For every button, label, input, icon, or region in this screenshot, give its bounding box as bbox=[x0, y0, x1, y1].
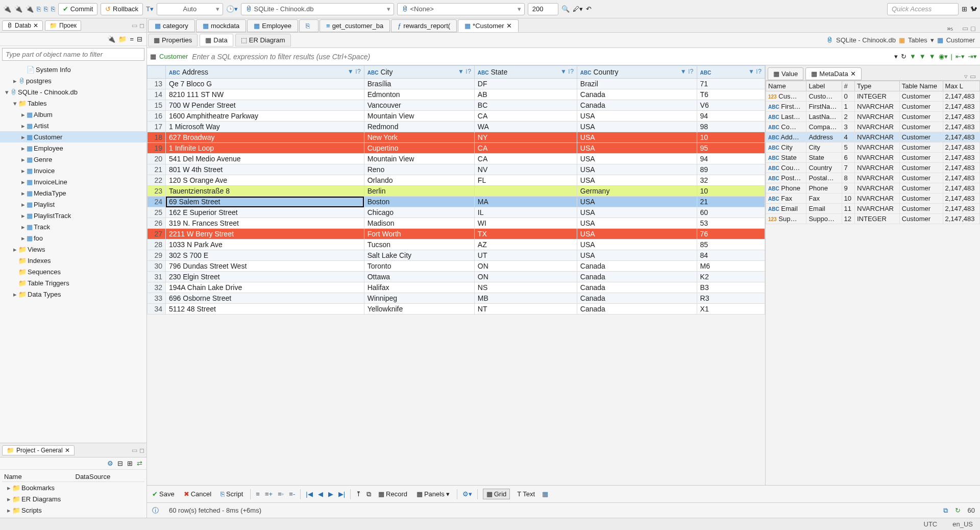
dbeaver-icon[interactable]: 🐿 bbox=[970, 5, 977, 13]
nav-next-icon[interactable]: ▶ bbox=[328, 490, 333, 498]
grid-column-header[interactable]: ABCAddress▼ ⁞? bbox=[166, 66, 364, 79]
filter-dropdown-icon[interactable]: ▾ bbox=[894, 53, 898, 60]
save-button[interactable]: ✔Save bbox=[150, 489, 177, 499]
meta-header[interactable]: Type bbox=[855, 81, 900, 91]
meta-row[interactable]: ABC PhonePhone9NVARCHARCustomer2,147,483 bbox=[766, 183, 980, 194]
meta-header[interactable]: Name bbox=[766, 81, 806, 91]
table-row[interactable]: 26319 N. Frances StreetMadisonWIUSA53 bbox=[148, 218, 765, 229]
edit4-icon[interactable]: ≡- bbox=[289, 490, 295, 498]
tabs-overflow[interactable]: »₅ bbox=[942, 25, 958, 32]
data-grid-scroll[interactable]: ABCAddress▼ ⁞?ABCCity▼ ⁞?ABCState▼ ⁞?ABC… bbox=[147, 65, 766, 485]
proj-expand-icon[interactable]: ⊞ bbox=[127, 460, 133, 467]
tab-project-general[interactable]: 📁 Project - General ✕ bbox=[2, 445, 75, 455]
editor-tab[interactable]: ⎘ bbox=[299, 19, 318, 32]
table-row[interactable]: 32194A Chain Lake DriveHalifaxNSCanadaB3 bbox=[148, 282, 765, 293]
meta-min-icon[interactable]: ▭ bbox=[970, 73, 976, 80]
table-row[interactable]: 15700 W Pender StreetVancouverBCCanadaV6 bbox=[148, 100, 765, 111]
tx-mode-select[interactable]: Auto bbox=[157, 3, 223, 15]
table-row[interactable]: 13Qe 7 Bloco GBrasíliaDFBrazil71 bbox=[148, 79, 765, 89]
table-row[interactable]: 191 Infinite LoopCupertinoCAUSA95 bbox=[148, 143, 765, 154]
meta-row[interactable]: ABC CityCity5NVARCHARCustomer2,147,483 bbox=[766, 142, 980, 153]
object-filter-input[interactable] bbox=[2, 48, 144, 61]
table-row[interactable]: 23Tauentzienstraße 8BerlinGermany10 bbox=[148, 186, 765, 197]
tree-node[interactable]: ▸📁Data Types bbox=[0, 288, 146, 300]
rollback-button[interactable]: ↺ Rollback bbox=[101, 3, 142, 15]
equals-icon[interactable]: = bbox=[130, 35, 134, 43]
editor-tab[interactable]: ▦mockdata bbox=[196, 19, 246, 32]
table-row[interactable]: 161600 Amphitheatre ParkwayMountain View… bbox=[148, 111, 765, 122]
editor-tab[interactable]: ƒrewards_report( bbox=[391, 19, 457, 32]
nav-prev-icon[interactable]: ◀ bbox=[318, 490, 323, 498]
script-button[interactable]: ⎘Script bbox=[218, 489, 245, 499]
filter-sphere-icon[interactable]: ◉▾ bbox=[939, 53, 948, 60]
proj-collapse-icon[interactable]: ⊟ bbox=[117, 460, 123, 467]
editor-tab[interactable]: ▦category bbox=[148, 19, 195, 32]
schema-select[interactable]: 🛢 <None> bbox=[397, 3, 525, 15]
table-row[interactable]: 30796 Dundas Street WestTorontoONCanadaM… bbox=[148, 261, 765, 272]
tree-node[interactable]: ▸▦PlaylistTrack bbox=[0, 210, 146, 221]
meta-header[interactable]: # bbox=[842, 81, 854, 91]
proj-link-icon[interactable]: ⇄ bbox=[137, 460, 142, 467]
tab-projects[interactable]: 📁 Проек bbox=[45, 20, 81, 31]
nav-back-icon[interactable]: ⇤▾ bbox=[955, 53, 965, 60]
commit-button[interactable]: ✔ Commit bbox=[58, 3, 97, 15]
meta-tab-value[interactable]: ▦ Value bbox=[768, 67, 803, 80]
tree-node[interactable]: ▾🛢SQLite - Chinook.db bbox=[0, 86, 146, 98]
table-row[interactable]: 20541 Del Medio AvenueMountain ViewCAUSA… bbox=[148, 154, 765, 164]
grid-column-header[interactable]: ABCCountry▼ ⁞? bbox=[577, 66, 697, 79]
sql-icon[interactable]: ⎘ bbox=[37, 5, 41, 13]
table-row[interactable]: 281033 N Park AveTucsonAZUSA85 bbox=[148, 239, 765, 250]
grid-mode-button[interactable]: ▦ Grid bbox=[483, 489, 510, 499]
grid-column-header[interactable]: ABCCity▼ ⁞? bbox=[364, 66, 474, 79]
tree-node[interactable]: 📁Sequences bbox=[0, 266, 146, 277]
edit2-icon[interactable]: ≡+ bbox=[265, 490, 273, 498]
tree-node[interactable]: 📁Indexes bbox=[0, 255, 146, 266]
tree-node[interactable]: ▸▦Invoice bbox=[0, 165, 146, 176]
text-mode-button[interactable]: T Text bbox=[515, 489, 537, 499]
tree-node[interactable]: 📄System Info bbox=[0, 64, 146, 75]
filter-apply-icon[interactable]: ↻ bbox=[901, 53, 906, 60]
filter-funnel-icon[interactable]: ▼ bbox=[910, 53, 916, 60]
editor-tab[interactable]: ≡get_customer_ba bbox=[320, 19, 390, 32]
meta-row[interactable]: ABC EmailEmail11NVARCHARCustomer2,147,48… bbox=[766, 204, 980, 214]
meta-row[interactable]: ABC StateState6NVARCHARCustomer2,147,483 bbox=[766, 153, 980, 163]
tree-node[interactable]: ▸▦InvoiceLine bbox=[0, 176, 146, 187]
tree-node[interactable]: ▸▦MediaType bbox=[0, 187, 146, 199]
quick-access-input[interactable]: Quick Access bbox=[887, 3, 959, 15]
meta-menu-icon[interactable]: ▿ bbox=[964, 73, 968, 80]
tree-node[interactable]: ▸🛢postgres bbox=[0, 75, 146, 86]
data-grid[interactable]: ABCAddress▼ ⁞?ABCCity▼ ⁞?ABCState▼ ⁞?ABC… bbox=[147, 65, 765, 315]
table-row[interactable]: 31230 Elgin StreetOttawaONCanadaK2 bbox=[148, 272, 765, 282]
database-select[interactable]: 🛢 SQLite - Chinook.db bbox=[241, 3, 394, 15]
tree-node[interactable]: ▸▦Genre bbox=[0, 154, 146, 165]
subtab-data[interactable]: ▦ Data bbox=[200, 34, 233, 46]
meta-tab-metadata[interactable]: ▦ MetaData ✕ bbox=[805, 67, 861, 80]
ed-max-icon[interactable]: ◻ bbox=[970, 25, 976, 32]
meta-row[interactable]: ABC Add…Address4NVARCHARCustomer2,147,48… bbox=[766, 132, 980, 142]
tree-node[interactable]: ▸📁Views bbox=[0, 244, 146, 255]
subtab-er-diagram[interactable]: ⬚ ER Diagram bbox=[235, 34, 291, 46]
tab-databases[interactable]: 🛢 Datab ✕ bbox=[2, 20, 43, 31]
layout-icon[interactable]: ⧉ bbox=[943, 507, 948, 515]
grid-column-header[interactable]: ABCState▼ ⁞? bbox=[474, 66, 577, 79]
meta-row[interactable]: 123 Cus…Custo…0INTEGERCustomer2,147,483 bbox=[766, 91, 980, 102]
sql-filter-input[interactable] bbox=[191, 52, 891, 61]
plug-add-icon[interactable]: 🔌 bbox=[14, 5, 22, 13]
copy-icon[interactable]: ⧉ bbox=[366, 490, 371, 498]
meta-row[interactable]: ABC First…FirstNa…1NVARCHARCustomer2,147… bbox=[766, 102, 980, 112]
table-row[interactable]: 272211 W Berry StreetFort WorthTXUSA76 bbox=[148, 229, 765, 239]
tree-node[interactable]: ▾📁Tables bbox=[0, 98, 146, 109]
marker-icon[interactable]: 🖊▾ bbox=[573, 5, 583, 13]
refresh-icon[interactable]: ↻ bbox=[955, 507, 961, 514]
folder-icon[interactable]: 📁 bbox=[118, 35, 127, 43]
table-row[interactable]: 22120 S Orange AveOrlandoFLUSA32 bbox=[148, 175, 765, 186]
tree-node[interactable]: ▸▦Employee bbox=[0, 142, 146, 154]
row-limit-input[interactable]: 200 bbox=[528, 3, 558, 15]
sql-plus-icon[interactable]: ⎘ bbox=[51, 5, 55, 13]
table-row[interactable]: 2469 Salem StreetBostonMAUSA21 bbox=[148, 197, 765, 207]
undo-icon[interactable]: ↶ bbox=[586, 5, 592, 13]
table-row[interactable]: 21801 W 4th StreetRenoNVUSA89 bbox=[148, 164, 765, 175]
tree-node[interactable]: ▸▦Album bbox=[0, 109, 146, 120]
project-item[interactable]: ▸📁Bookmarks bbox=[2, 482, 144, 493]
meta-row[interactable]: 123 Sup…Suppo…12INTEGERCustomer2,147,483 bbox=[766, 214, 980, 224]
